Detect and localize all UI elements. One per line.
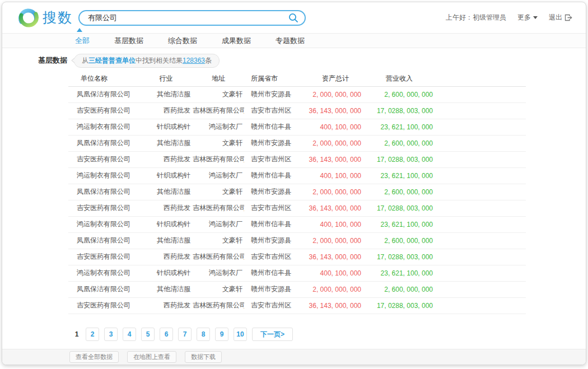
next-page-button[interactable]: 下一页> xyxy=(252,328,293,341)
app-logo[interactable]: 搜数 xyxy=(18,7,73,29)
cell-region: 赣州市安源县 xyxy=(244,86,307,102)
cell-address: 鸿运制衣厂 xyxy=(193,216,244,232)
cell-name: 凤凰保洁有限公司 xyxy=(68,184,139,200)
table-row[interactable]: 凤凰保洁有限公司其他清洁服文豪轩赣州市安源县2, 000, 000, 0002,… xyxy=(68,184,526,200)
table-header-row: 单位名称行业地址所属省市资产总计营业收入 xyxy=(68,71,526,86)
active-tab-pointer xyxy=(77,28,82,32)
tab-3[interactable]: 成果数据 xyxy=(222,36,251,46)
current-page: 1 xyxy=(73,330,81,338)
cell-assets: 2, 000, 000, 000 xyxy=(307,232,363,249)
cell-industry: 其他清洁服 xyxy=(139,135,193,151)
page-button-4[interactable]: 4 xyxy=(123,328,136,341)
table-row[interactable]: 鸿运制衣有限公司针织或构针鸿运制衣厂赣州市信丰县400, 100, 00023,… xyxy=(68,167,526,184)
app-window: 搜数 上午好：初级管理员 更多 退出 xyxy=(2,2,586,365)
table-row[interactable]: 鸿运制衣有限公司针织或构针鸿运制衣厂赣州市信丰县400, 100, 00023,… xyxy=(68,216,526,232)
cell-industry: 其他清洁服 xyxy=(139,281,193,297)
search-box[interactable] xyxy=(78,10,306,26)
page-button-5[interactable]: 5 xyxy=(141,328,155,341)
footer-toolbar: 查看全部数据在地图上查看数据下载 xyxy=(2,349,586,365)
result-prefix: 从 xyxy=(82,57,88,64)
tab-4[interactable]: 专题数据 xyxy=(276,36,305,46)
greeting-text: 上午好：初级管理员 xyxy=(446,13,506,22)
table-row[interactable]: 吉安医药有限公司西药批发吉林医药有限公司吉安市吉州区36, 143, 000, … xyxy=(68,102,526,119)
cell-address: 吉林医药有限公司 xyxy=(193,102,244,119)
chevron-down-icon xyxy=(533,16,538,19)
page-button-3[interactable]: 3 xyxy=(104,328,118,341)
page-button-8[interactable]: 8 xyxy=(197,328,210,341)
cell-region: 吉安市吉州区 xyxy=(244,200,307,216)
table-row[interactable]: 鸿运制衣有限公司针织或构针鸿运制衣厂赣州市信丰县400, 100, 00023,… xyxy=(68,265,526,281)
result-count-link[interactable]: 128363 xyxy=(183,57,205,64)
search-icon[interactable] xyxy=(288,12,299,24)
cell-address: 鸿运制衣厂 xyxy=(193,167,244,184)
table-row[interactable]: 吉安医药有限公司西药批发吉林医药有限公司吉安市吉州区36, 143, 000, … xyxy=(68,200,526,216)
cell-address: 吉林医药有限公司 xyxy=(193,297,244,314)
table-row[interactable]: 吉安医药有限公司西药批发吉林医药有限公司吉安市吉州区36, 143, 000, … xyxy=(68,249,526,265)
cell-revenue: 2, 600, 000, 000 xyxy=(363,232,435,249)
cell-name: 吉安医药有限公司 xyxy=(68,249,139,265)
cell-name: 鸿运制衣有限公司 xyxy=(68,167,139,184)
more-button[interactable]: 更多 xyxy=(517,13,538,22)
cell-region: 吉安市吉州区 xyxy=(244,297,307,314)
cell-region: 赣州市信丰县 xyxy=(244,119,307,135)
cell-region: 赣州市信丰县 xyxy=(244,265,307,281)
table-row[interactable]: 凤凰保洁有限公司其他清洁服文豪轩赣州市安源县2, 000, 000, 0002,… xyxy=(68,281,526,297)
table-row[interactable]: 吉安医药有限公司西药批发吉林医药有限公司吉安市吉州区36, 143, 000, … xyxy=(68,297,526,314)
pagination: 1 2345678910 下一页> xyxy=(73,328,586,341)
cell-name: 鸿运制衣有限公司 xyxy=(68,216,139,232)
table-body: 凤凰保洁有限公司其他清洁服文豪轩赣州市安源县2, 000, 000, 0002,… xyxy=(68,86,526,314)
cell-address: 鸿运制衣厂 xyxy=(193,119,244,135)
tab-1[interactable]: 基层数据 xyxy=(114,36,143,46)
cell-assets: 2, 000, 000, 000 xyxy=(307,86,363,102)
cell-name: 凤凰保洁有限公司 xyxy=(68,281,139,297)
cell-assets: 400, 100, 000 xyxy=(307,216,363,232)
download-data-button[interactable]: 数据下载 xyxy=(185,351,222,363)
cell-address: 吉林医药有限公司 xyxy=(193,200,244,216)
cell-industry: 西药批发 xyxy=(139,249,193,265)
logout-button[interactable]: 退出 xyxy=(549,13,572,22)
page-button-2[interactable]: 2 xyxy=(86,328,99,341)
table-row[interactable]: 吉安医药有限公司西药批发吉林医药有限公司吉安市吉州区36, 143, 000, … xyxy=(68,151,526,167)
cell-name: 吉安医药有限公司 xyxy=(68,102,139,119)
result-suffix: 条 xyxy=(205,57,212,64)
table-row[interactable]: 凤凰保洁有限公司其他清洁服文豪轩赣州市安源县2, 000, 000, 0002,… xyxy=(68,232,526,249)
cell-revenue: 17, 0288, 003, 000 xyxy=(363,297,435,314)
cell-assets: 36, 143, 000, 000 xyxy=(307,151,363,167)
cell-assets: 36, 143, 000, 000 xyxy=(307,249,363,265)
brand-name: 搜数 xyxy=(43,8,73,27)
tab-0[interactable]: 全部 xyxy=(75,36,90,46)
logo-swirl-icon xyxy=(18,7,39,29)
page-button-7[interactable]: 7 xyxy=(178,328,192,341)
view-on-map-button[interactable]: 在地图上查看 xyxy=(127,351,176,363)
search-input[interactable] xyxy=(88,13,288,22)
section-label: 基层数据 xyxy=(38,55,67,66)
cell-address: 文豪轩 xyxy=(193,135,244,151)
cell-name: 凤凰保洁有限公司 xyxy=(68,86,139,102)
cell-name: 吉安医药有限公司 xyxy=(68,297,139,314)
cell-region: 赣州市安源县 xyxy=(244,281,307,297)
table-row[interactable]: 鸿运制衣有限公司针织或构针鸿运制衣厂赣州市信丰县400, 100, 00023,… xyxy=(68,119,526,135)
cell-industry: 其他清洁服 xyxy=(139,232,193,249)
cell-industry: 针织或构针 xyxy=(139,119,193,135)
table-row[interactable]: 凤凰保洁有限公司其他清洁服文豪轩赣州市安源县2, 000, 000, 0002,… xyxy=(68,135,526,151)
cell-revenue: 2, 600, 000, 000 xyxy=(363,281,435,297)
cell-name: 吉安医药有限公司 xyxy=(68,151,139,167)
page-button-9[interactable]: 9 xyxy=(215,328,228,341)
view-all-data-button[interactable]: 查看全部数据 xyxy=(69,351,119,363)
cell-name: 吉安医药有限公司 xyxy=(68,200,139,216)
table-row[interactable]: 凤凰保洁有限公司其他清洁服文豪轩赣州市安源县2, 000, 000, 0002,… xyxy=(68,86,526,102)
page-button-10[interactable]: 10 xyxy=(234,328,247,341)
cell-industry: 其他清洁服 xyxy=(139,184,193,200)
column-header: 资产总计 xyxy=(307,71,363,86)
cell-industry: 西药批发 xyxy=(139,151,193,167)
page-button-6[interactable]: 6 xyxy=(160,328,173,341)
results-table: 单位名称行业地址所属省市资产总计营业收入 凤凰保洁有限公司其他清洁服文豪轩赣州市… xyxy=(68,71,526,314)
cell-industry: 针织或构针 xyxy=(139,265,193,281)
source-link[interactable]: 三经普普查单位 xyxy=(88,57,136,64)
cell-address: 文豪轩 xyxy=(193,184,244,200)
cell-address: 鸿运制衣厂 xyxy=(193,265,244,281)
tab-2[interactable]: 综合数据 xyxy=(168,36,197,46)
cell-assets: 36, 143, 000, 000 xyxy=(307,102,363,119)
cell-region: 赣州市信丰县 xyxy=(244,216,307,232)
cell-revenue: 2, 600, 000, 000 xyxy=(363,184,435,200)
